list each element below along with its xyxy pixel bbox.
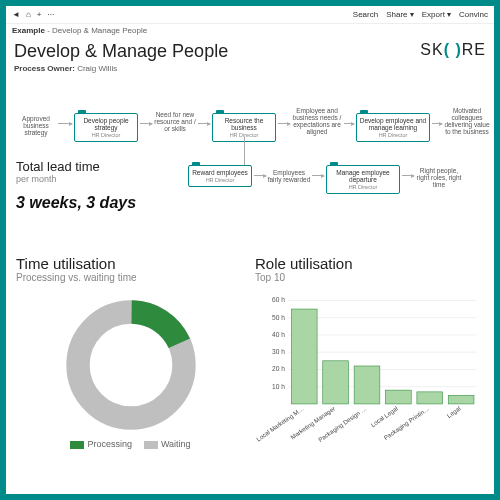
process-box[interactable]: Manage employee departure HR Director	[326, 165, 400, 194]
svg-text:10 h: 10 h	[272, 383, 285, 390]
time-utilisation-section: Time utilisation Processing vs. waiting …	[16, 255, 245, 451]
svg-text:50 h: 50 h	[272, 314, 285, 321]
svg-text:30 h: 30 h	[272, 348, 285, 355]
donut-chart	[61, 295, 201, 435]
process-box[interactable]: Develop people strategy HR Director	[74, 113, 138, 142]
flow-note: Employees fairly rewarded	[266, 169, 312, 183]
flow-note: Approved business strategy	[14, 115, 58, 136]
convince-link[interactable]: Convinc	[459, 10, 488, 19]
svg-rect-18	[417, 392, 443, 404]
svg-text:20 h: 20 h	[272, 365, 285, 372]
svg-text:Legal: Legal	[445, 405, 461, 419]
section-subtitle: Processing vs. waiting time	[16, 272, 245, 283]
bar-chart: 60 h50 h40 h30 h20 h10 h Local Marketing…	[255, 291, 484, 451]
svg-rect-19	[448, 395, 474, 404]
process-owner: Process Owner: Craig Willis	[6, 64, 494, 79]
add-icon[interactable]: +	[37, 10, 42, 19]
section-subtitle: Top 10	[255, 272, 484, 283]
flow-note: Right people, right roles, right time	[414, 167, 464, 188]
page-title: Develop & Manage People	[14, 41, 228, 62]
svg-rect-17	[386, 390, 412, 404]
home-icon[interactable]: ⌂	[26, 10, 31, 19]
role-utilisation-section: Role utilisation Top 10 60 h50 h40 h30 h…	[255, 255, 484, 451]
brand-logo: SK( )RE	[420, 41, 486, 59]
more-icon[interactable]: ···	[47, 10, 54, 19]
svg-rect-16	[354, 366, 380, 404]
search-link[interactable]: Search	[353, 10, 378, 19]
svg-rect-14	[291, 309, 317, 404]
svg-rect-15	[323, 361, 349, 404]
flow-note: Employee and business needs / expectatio…	[290, 107, 344, 136]
svg-text:40 h: 40 h	[272, 331, 285, 338]
process-box[interactable]: Reward employees HR Director	[188, 165, 252, 187]
top-toolbar: ◄ ⌂ + ··· Search Share ▾ Export ▾ Convin…	[6, 6, 494, 24]
svg-text:Local Legal: Local Legal	[369, 405, 399, 429]
lead-time-card: Total lead time per month 3 weeks, 3 day…	[6, 155, 146, 216]
section-title: Time utilisation	[16, 255, 245, 272]
flow-note: Motivated colleagues delivering value to…	[442, 107, 492, 136]
share-menu[interactable]: Share ▾	[386, 10, 414, 19]
back-icon[interactable]: ◄	[12, 10, 20, 19]
breadcrumb: Example - Develop & Manage People	[6, 24, 494, 37]
flow-note: Need for new resource and / or skills	[152, 111, 198, 132]
donut-legend: Processing Waiting	[16, 439, 245, 449]
svg-text:60 h: 60 h	[272, 296, 285, 303]
process-diagram[interactable]: Approved business strategy Develop peopl…	[6, 79, 494, 239]
process-box[interactable]: Develop employee and manage learning HR …	[356, 113, 430, 142]
section-title: Role utilisation	[255, 255, 484, 272]
export-menu[interactable]: Export ▾	[422, 10, 451, 19]
